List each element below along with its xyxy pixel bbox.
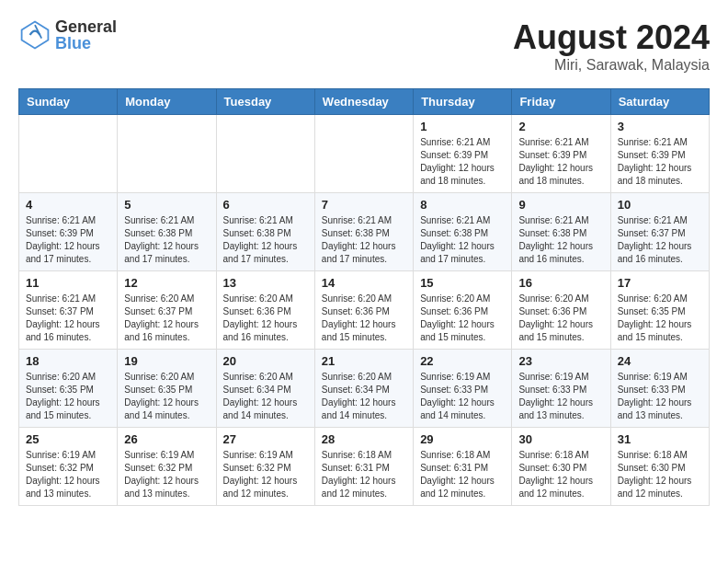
calendar-cell: 4Sunrise: 6:21 AM Sunset: 6:39 PM Daylig… [19,193,118,271]
calendar-cell: 5Sunrise: 6:21 AM Sunset: 6:38 PM Daylig… [118,193,216,271]
day-info: Sunrise: 6:20 AM Sunset: 6:34 PM Dayligh… [223,371,308,422]
day-number: 13 [223,276,308,290]
day-number: 15 [420,276,505,290]
day-number: 27 [223,432,308,446]
calendar-cell: 21Sunrise: 6:20 AM Sunset: 6:34 PM Dayli… [314,350,413,428]
calendar-week-3: 11Sunrise: 6:21 AM Sunset: 6:37 PM Dayli… [19,271,710,350]
calendar-subtitle: Miri, Sarawak, Malaysia [513,57,710,74]
calendar-cell: 14Sunrise: 6:20 AM Sunset: 6:36 PM Dayli… [314,271,413,350]
day-header-friday: Friday [512,89,610,115]
calendar-cell: 9Sunrise: 6:21 AM Sunset: 6:38 PM Daylig… [512,193,610,271]
day-info: Sunrise: 6:20 AM Sunset: 6:36 PM Dayligh… [518,293,603,344]
day-number: 30 [518,432,603,446]
day-info: Sunrise: 6:21 AM Sunset: 6:39 PM Dayligh… [420,136,505,188]
calendar-cell: 25Sunrise: 6:19 AM Sunset: 6:32 PM Dayli… [19,428,118,506]
day-number: 11 [26,276,110,290]
page-header: General Blue August 2024 Miri, Sarawak, … [18,18,710,74]
calendar-body: 1Sunrise: 6:21 AM Sunset: 6:39 PM Daylig… [19,115,710,506]
day-number: 19 [124,354,209,368]
day-info: Sunrise: 6:20 AM Sunset: 6:34 PM Dayligh… [322,371,406,422]
day-number: 5 [124,198,209,212]
day-number: 21 [322,354,406,368]
calendar-cell [118,115,216,193]
day-info: Sunrise: 6:21 AM Sunset: 6:38 PM Dayligh… [322,214,406,266]
calendar-cell: 10Sunrise: 6:21 AM Sunset: 6:37 PM Dayli… [610,193,709,271]
logo-line2: Blue [55,35,117,52]
logo-icon [18,18,51,52]
calendar-cell: 22Sunrise: 6:19 AM Sunset: 6:33 PM Dayli… [414,350,512,428]
calendar-cell: 6Sunrise: 6:21 AM Sunset: 6:38 PM Daylig… [216,193,314,271]
day-number: 10 [618,198,702,212]
calendar-week-2: 4Sunrise: 6:21 AM Sunset: 6:39 PM Daylig… [19,193,710,271]
day-number: 4 [26,198,110,212]
day-info: Sunrise: 6:19 AM Sunset: 6:32 PM Dayligh… [124,449,209,500]
day-number: 23 [518,354,603,368]
calendar-week-5: 25Sunrise: 6:19 AM Sunset: 6:32 PM Dayli… [19,428,710,506]
day-number: 12 [124,276,209,290]
day-number: 20 [223,354,308,368]
day-info: Sunrise: 6:19 AM Sunset: 6:32 PM Dayligh… [26,449,110,500]
calendar-cell [19,115,118,193]
day-number: 25 [26,432,110,446]
calendar-cell: 11Sunrise: 6:21 AM Sunset: 6:37 PM Dayli… [19,271,118,350]
calendar-cell: 29Sunrise: 6:18 AM Sunset: 6:31 PM Dayli… [414,428,512,506]
day-info: Sunrise: 6:21 AM Sunset: 6:39 PM Dayligh… [618,136,702,188]
calendar-cell: 17Sunrise: 6:20 AM Sunset: 6:35 PM Dayli… [610,271,709,350]
calendar-cell [314,115,413,193]
day-number: 29 [420,432,505,446]
day-info: Sunrise: 6:20 AM Sunset: 6:35 PM Dayligh… [124,371,209,422]
calendar-week-4: 18Sunrise: 6:20 AM Sunset: 6:35 PM Dayli… [19,350,710,428]
day-info: Sunrise: 6:18 AM Sunset: 6:30 PM Dayligh… [618,449,702,500]
day-number: 26 [124,432,209,446]
day-number: 22 [420,354,505,368]
calendar-cell: 13Sunrise: 6:20 AM Sunset: 6:36 PM Dayli… [216,271,314,350]
day-number: 28 [322,432,406,446]
day-info: Sunrise: 6:20 AM Sunset: 6:36 PM Dayligh… [322,293,406,344]
calendar-cell: 31Sunrise: 6:18 AM Sunset: 6:30 PM Dayli… [610,428,709,506]
day-number: 17 [618,276,702,290]
day-number: 24 [618,354,702,368]
calendar-cell: 8Sunrise: 6:21 AM Sunset: 6:38 PM Daylig… [414,193,512,271]
day-header-monday: Monday [118,89,216,115]
day-info: Sunrise: 6:21 AM Sunset: 6:38 PM Dayligh… [223,214,308,266]
calendar-title: August 2024 [513,18,710,57]
calendar-cell: 26Sunrise: 6:19 AM Sunset: 6:32 PM Dayli… [118,428,216,506]
day-info: Sunrise: 6:19 AM Sunset: 6:33 PM Dayligh… [518,371,603,422]
calendar-week-1: 1Sunrise: 6:21 AM Sunset: 6:39 PM Daylig… [19,115,710,193]
day-number: 6 [223,198,308,212]
calendar-cell: 1Sunrise: 6:21 AM Sunset: 6:39 PM Daylig… [414,115,512,193]
logo: General Blue [18,18,117,52]
calendar-cell: 16Sunrise: 6:20 AM Sunset: 6:36 PM Dayli… [512,271,610,350]
calendar-cell: 2Sunrise: 6:21 AM Sunset: 6:39 PM Daylig… [512,115,610,193]
day-info: Sunrise: 6:18 AM Sunset: 6:31 PM Dayligh… [420,449,505,500]
day-info: Sunrise: 6:21 AM Sunset: 6:39 PM Dayligh… [518,136,603,188]
calendar-cell: 19Sunrise: 6:20 AM Sunset: 6:35 PM Dayli… [118,350,216,428]
day-info: Sunrise: 6:20 AM Sunset: 6:36 PM Dayligh… [223,293,308,344]
day-header-tuesday: Tuesday [216,89,314,115]
day-header-thursday: Thursday [414,89,512,115]
day-info: Sunrise: 6:21 AM Sunset: 6:37 PM Dayligh… [26,293,110,344]
day-info: Sunrise: 6:20 AM Sunset: 6:35 PM Dayligh… [618,293,702,344]
day-number: 8 [420,198,505,212]
calendar-cell: 7Sunrise: 6:21 AM Sunset: 6:38 PM Daylig… [314,193,413,271]
day-number: 1 [420,120,505,133]
calendar-header: SundayMondayTuesdayWednesdayThursdayFrid… [19,89,710,115]
day-info: Sunrise: 6:18 AM Sunset: 6:30 PM Dayligh… [518,449,603,500]
day-info: Sunrise: 6:19 AM Sunset: 6:33 PM Dayligh… [618,371,702,422]
day-info: Sunrise: 6:19 AM Sunset: 6:33 PM Dayligh… [420,371,505,422]
title-block: August 2024 Miri, Sarawak, Malaysia [513,18,710,74]
calendar-cell [216,115,314,193]
day-info: Sunrise: 6:21 AM Sunset: 6:38 PM Dayligh… [518,214,603,266]
calendar-cell: 27Sunrise: 6:19 AM Sunset: 6:32 PM Dayli… [216,428,314,506]
calendar-table: SundayMondayTuesdayWednesdayThursdayFrid… [18,88,710,506]
day-info: Sunrise: 6:18 AM Sunset: 6:31 PM Dayligh… [322,449,406,500]
day-info: Sunrise: 6:21 AM Sunset: 6:38 PM Dayligh… [124,214,209,266]
calendar-cell: 3Sunrise: 6:21 AM Sunset: 6:39 PM Daylig… [610,115,709,193]
day-number: 7 [322,198,406,212]
day-header-sunday: Sunday [19,89,118,115]
day-number: 2 [518,120,603,133]
day-info: Sunrise: 6:21 AM Sunset: 6:37 PM Dayligh… [618,214,702,266]
calendar-cell: 12Sunrise: 6:20 AM Sunset: 6:37 PM Dayli… [118,271,216,350]
day-info: Sunrise: 6:20 AM Sunset: 6:36 PM Dayligh… [420,293,505,344]
day-info: Sunrise: 6:20 AM Sunset: 6:35 PM Dayligh… [26,371,110,422]
